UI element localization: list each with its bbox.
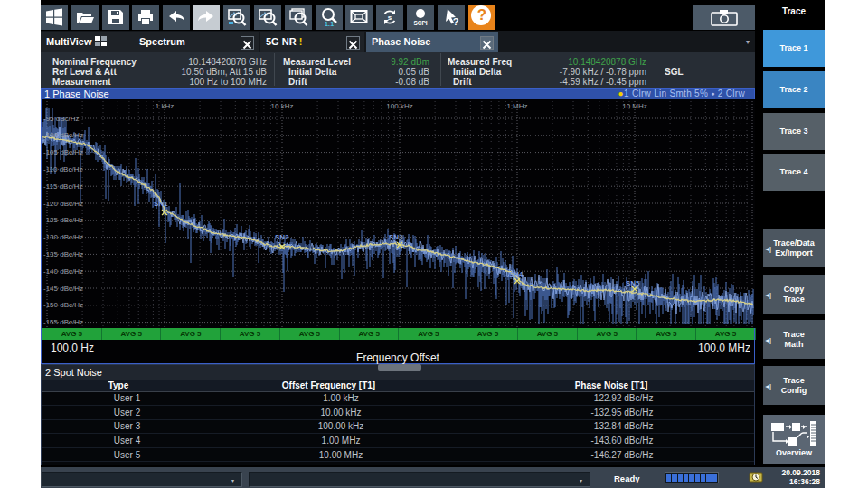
svg-text:-150 dBc/Hz: -150 dBc/Hz	[43, 301, 83, 309]
svg-text:SN2: SN2	[275, 233, 289, 241]
svg-text:?: ?	[453, 16, 459, 27]
svg-text:-115 dBc/Hz: -115 dBc/Hz	[43, 183, 82, 191]
svg-text:-155 dBc/Hz: -155 dBc/Hz	[43, 318, 83, 326]
svg-text:10 MHz: 10 MHz	[622, 102, 647, 110]
svg-text:1 kHz: 1 kHz	[156, 102, 174, 110]
svg-text:SN5: SN5	[626, 279, 640, 287]
svg-text:-100 dBc/Hz: -100 dBc/Hz	[43, 131, 83, 139]
svg-text:SN3: SN3	[389, 233, 403, 241]
svg-text:-105 dBc/Hz: -105 dBc/Hz	[43, 148, 83, 156]
svg-text:-125 dBc/Hz: -125 dBc/Hz	[43, 216, 83, 224]
svg-text:-135 dBc/Hz: -135 dBc/Hz	[43, 250, 83, 258]
svg-text:SN1: SN1	[154, 200, 168, 208]
svg-text:10 kHz: 10 kHz	[271, 102, 294, 110]
svg-text:SCPI: SCPI	[413, 20, 427, 26]
svg-text:-95 dBc/Hz: -95 dBc/Hz	[43, 115, 80, 123]
svg-text:-130 dBc/Hz: -130 dBc/Hz	[43, 233, 83, 241]
svg-text:SN4: SN4	[509, 270, 524, 278]
svg-text:1 MHz: 1 MHz	[506, 102, 527, 110]
svg-text:-145 dBc/Hz: -145 dBc/Hz	[43, 285, 83, 293]
svg-text:-120 dBc/Hz: -120 dBc/Hz	[43, 200, 83, 208]
svg-text:s: s	[388, 14, 392, 22]
svg-text:-110 dBc/Hz: -110 dBc/Hz	[43, 165, 82, 174]
svg-text:100 kHz: 100 kHz	[386, 102, 412, 110]
svg-text:1:1: 1:1	[325, 21, 334, 27]
svg-text:-140 dBc/Hz: -140 dBc/Hz	[43, 267, 83, 276]
